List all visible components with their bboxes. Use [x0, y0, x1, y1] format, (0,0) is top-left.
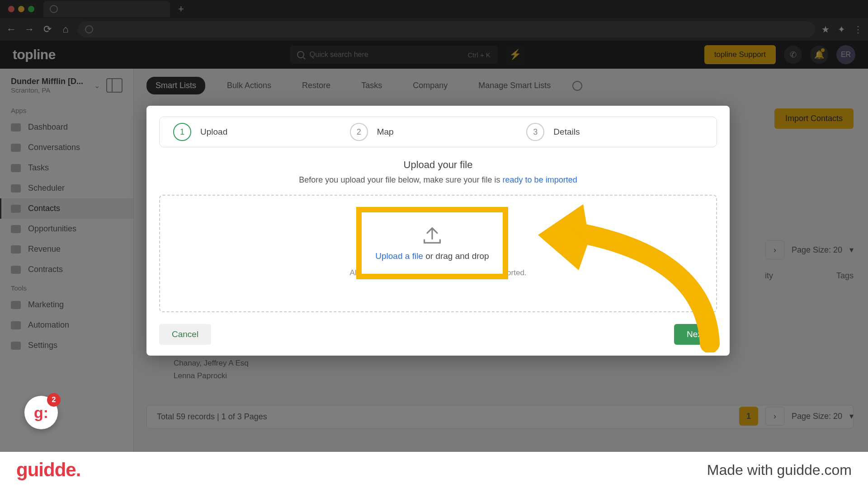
- guidde-logo: guidde.: [16, 459, 80, 481]
- modal-title: Upload your file: [159, 159, 717, 171]
- step-number: 3: [526, 123, 544, 141]
- brand-footer: guidde. Made with guidde.com: [0, 452, 868, 488]
- step-label: Map: [377, 127, 394, 137]
- modal-subtitle: Before you upload your file below, make …: [159, 175, 717, 185]
- ready-to-import-link[interactable]: ready to be imported: [503, 175, 577, 184]
- step-number: 1: [173, 123, 191, 141]
- made-with-label: Made with guidde.com: [707, 462, 852, 479]
- upload-rest: or drag and drop: [423, 251, 489, 261]
- upload-icon: [421, 225, 443, 245]
- next-button[interactable]: Next: [674, 324, 717, 345]
- stepper: 1 Upload 2 Map 3 Details: [159, 117, 717, 147]
- step-label: Details: [553, 127, 580, 137]
- guidde-logo-icon: g:: [34, 404, 48, 422]
- upload-file-link: Upload a file: [375, 251, 423, 261]
- step-details[interactable]: 3 Details: [526, 123, 703, 141]
- step-upload[interactable]: 1 Upload: [173, 123, 350, 141]
- annotation-highlight: Upload a file or drag and drop: [356, 207, 508, 279]
- step-number: 2: [350, 123, 368, 141]
- upload-text: Upload a file or drag and drop: [375, 251, 489, 261]
- modal-actions: Cancel Next: [159, 324, 717, 345]
- cancel-button[interactable]: Cancel: [159, 324, 211, 345]
- step-label: Upload: [200, 127, 227, 137]
- badge-count: 2: [47, 393, 61, 407]
- subtitle-text: Before you upload your file below, make …: [299, 175, 502, 184]
- step-map[interactable]: 2 Map: [350, 123, 527, 141]
- guidde-badge[interactable]: g: 2: [24, 396, 58, 429]
